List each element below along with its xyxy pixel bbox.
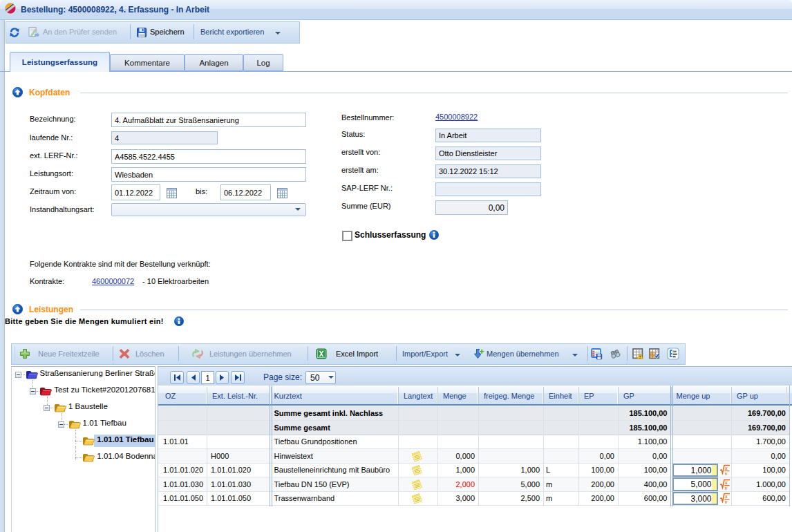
svg-text:y: y — [724, 471, 728, 475]
svg-text:y: y — [724, 499, 728, 504]
svg-text:y: y — [724, 485, 728, 490]
